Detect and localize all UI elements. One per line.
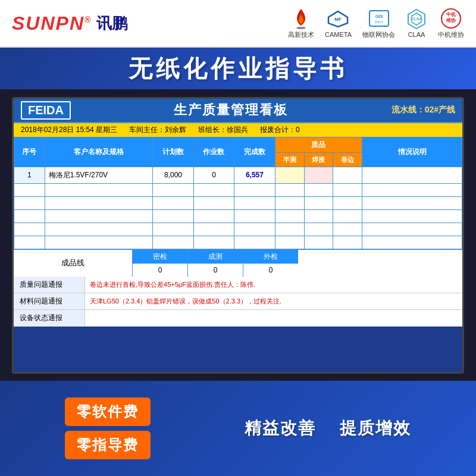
partner-cameta: MF CAMETA [325,8,352,38]
td-roll [333,167,362,183]
data-table: 序号 客户名称及规格 计划数 作业数 完成数 质品 情况说明 半测 焊接 卷边 [14,137,462,249]
info-datetime: 2018年02月28日 15:54 星期三 [21,125,117,135]
screen-area: FEIDA 生产质量管理看板 流水线：02#产线 2018年02月28日 15:… [0,89,476,381]
table-row-empty-5 [14,236,462,249]
info-team: 班组长：徐国兵 [198,125,248,135]
chengce-value: 0 [188,264,243,277]
td-name: 梅洛尼1.5VF/270V [45,167,153,183]
notice-row-quality: 质量问题通报 卷边未进行首检,导致公差45+5μF蓝面损伤.责任人：陈伟. [14,277,462,293]
mijian-value: 0 [133,264,187,277]
monitor-content: FEIDA 生产质量管理看板 流水线：02#产线 2018年02月28日 15:… [14,99,462,372]
th-weld: 焊接 [304,152,333,167]
partner-zhongji: 中机 维协 中机维协 [438,8,464,39]
footer: 零软件费 零指导费 精益改善 提质增效 [0,381,476,476]
title-banner: 无纸化作业指导书 [0,48,476,89]
iot-label: 物联网协会 [362,30,395,39]
svg-text:GDI: GDI [375,14,383,18]
cameta-label: CAMETA [325,31,352,38]
monitor: FEIDA 生产质量管理看板 流水线：02#产线 2018年02月28日 15:… [12,97,464,374]
svg-rect-3 [369,11,389,26]
svg-text:维协: 维协 [446,17,456,23]
chengpin-waijian: 外检 0 [243,250,298,277]
footer-slogan-1: 精益改善 [245,417,316,440]
board-title: 生产质量管理看板 [174,101,288,119]
td-weld [304,167,333,183]
svg-text:MF: MF [335,17,342,22]
table-row-empty-4 [14,223,462,236]
partner-iot: GDI OICT 物联网协会 [362,8,395,39]
td-remarks [362,167,462,183]
waijian-header: 外检 [243,250,298,264]
notice-material-label: 材料问题通报 [14,293,85,309]
notice-device-content [85,310,95,326]
th-seq: 序号 [14,137,45,167]
chengpin-filler [298,250,462,277]
partner-gaoxin: 高新技术 [288,8,314,39]
table-row-empty-2 [14,196,462,209]
th-half: 半测 [275,152,304,167]
logo-area: SUNPN® 讯鹏 [12,12,127,35]
footer-slogan-2: 提质增效 [340,417,411,440]
partner-claa: CLAA CLAA [406,8,427,38]
td-half [275,167,304,183]
chengpin-mijian: 密检 0 [133,250,188,277]
svg-text:OICT: OICT [374,20,383,24]
th-quality: 质品 [275,137,362,152]
svg-text:中机: 中机 [446,12,456,17]
flame-icon [290,8,312,29]
chengpin-chengce: 成测 0 [188,250,243,277]
logo-sunpn: SUNPN® [12,12,92,35]
hexagon-icon: CLAA [406,8,427,30]
footer-right: 精益改善 提质增效 [245,417,411,440]
footer-badge-2: 零指导费 [65,431,151,459]
notice-rows: 质量问题通报 卷边未进行首检,导致公差45+5μF蓝面损伤.责任人：陈伟. 材料… [14,277,462,327]
notice-row-material: 材料问题通报 天津LG50（2.3.4）铝盖焊片错误，误做成50（2.3.3），… [14,293,462,310]
notice-row-device: 设备状态通报 [14,310,462,327]
footer-badge-1: 零软件费 [65,397,151,426]
th-done: 完成数 [234,137,275,167]
th-work: 作业数 [193,137,234,167]
table-row-empty-3 [14,209,462,223]
notice-quality-content: 卷边未进行首检,导致公差45+5μF蓝面损伤.责任人：陈伟. [85,277,260,293]
board-line: 流水线：02#产线 [392,105,455,115]
circuit-icon: GDI OICT [368,8,390,29]
svg-text:CLAA: CLAA [411,17,422,21]
svg-point-0 [296,27,306,29]
logo-cn: 讯鹏 [96,13,127,34]
td-work: 0 [193,167,234,183]
reg-symbol: ® [84,15,92,24]
th-plan: 计划数 [153,137,193,167]
info-workshop: 车间主任：刘余辉 [129,125,186,135]
chengpin-data: 密检 0 成测 0 外检 0 [133,250,462,277]
chengpin-label: 成品线 [14,250,133,277]
th-remarks: 情况说明 [362,137,462,167]
zhongji-label: 中机维协 [438,30,464,39]
th-roll: 卷边 [333,152,362,167]
feida-logo: FEIDA [21,101,71,120]
info-row: 2018年02月28日 15:54 星期三 车间主任：刘余辉 班组长：徐国兵 报… [14,123,462,137]
mijian-header: 密检 [133,250,187,264]
notice-quality-label: 质量问题通报 [14,277,85,293]
table-row-empty-1 [14,183,462,196]
header: SUNPN® 讯鹏 高新技术 MF CAMETA [0,0,476,48]
notice-device-label: 设备状态通报 [14,310,85,326]
info-reject: 报废合计：0 [260,125,300,135]
chengpin-section: 成品线 密检 0 成测 0 外检 0 [14,249,462,277]
waijian-value: 0 [243,264,298,277]
main-title: 无纸化作业指导书 [129,52,347,85]
cross-icon: 中机 维协 [440,8,462,29]
td-done: 6,557 [234,167,275,183]
cameta-icon: MF [327,8,349,30]
board-header: FEIDA 生产质量管理看板 流水线：02#产线 [14,99,462,123]
partner-label: 高新技术 [288,30,314,39]
td-plan: 8,000 [153,167,193,183]
table-row: 1 梅洛尼1.5VF/270V 8,000 0 6,557 [14,167,462,183]
claa-label: CLAA [408,31,425,38]
footer-left: 零软件费 零指导费 [65,397,151,459]
chengce-header: 成测 [188,250,243,264]
partner-logos: 高新技术 MF CAMETA GDI OICT 物联网协会 [288,8,464,39]
logo-en-text: SUNPN [12,12,84,34]
th-name: 客户名称及规格 [45,137,153,167]
table-header-row: 序号 客户名称及规格 计划数 作业数 完成数 质品 情况说明 [14,137,462,152]
td-seq: 1 [14,167,45,183]
